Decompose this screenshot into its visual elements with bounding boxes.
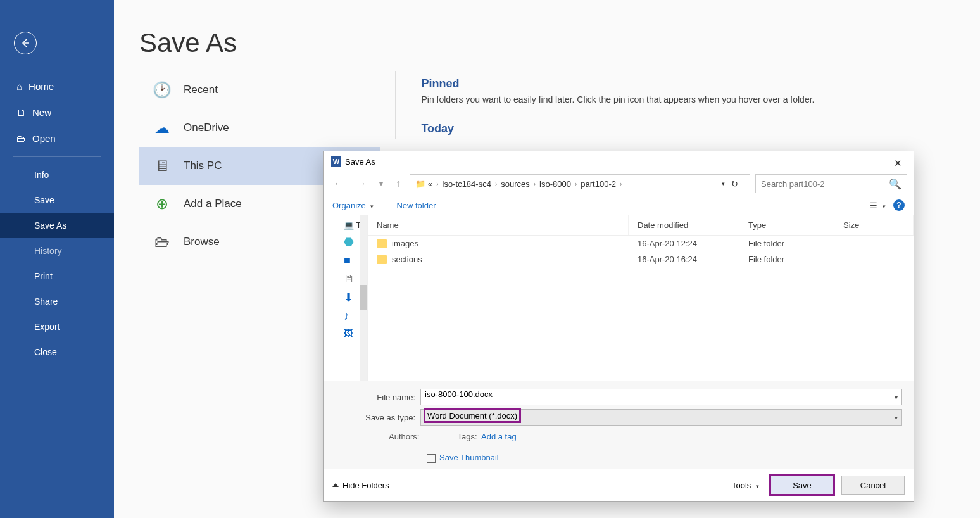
chevron-right-icon: › <box>495 180 497 187</box>
nav-recent-dropdown[interactable]: ▾ <box>375 177 387 191</box>
chevron-down-icon: ▾ <box>370 203 374 210</box>
header-date[interactable]: Date modified <box>629 215 739 235</box>
chevron-right-icon: › <box>436 180 438 187</box>
tree-scrollbar[interactable] <box>360 215 367 381</box>
tags-label: Tags: <box>457 432 477 441</box>
dialog-toolbar: Organize ▾ New folder ☰ ▾ ? <box>324 196 914 215</box>
location-onedrive[interactable]: ☁OneDrive <box>139 109 380 147</box>
nav-history[interactable]: History <box>0 238 114 263</box>
location-recent-label: Recent <box>184 84 218 96</box>
breadcrumb-seg-0[interactable]: « <box>428 179 432 189</box>
word-icon: W <box>331 156 341 167</box>
document-icon: 🗋 <box>16 107 26 118</box>
new-folder-button[interactable]: New folder <box>396 201 436 210</box>
sidebar-separator <box>13 156 101 157</box>
chevron-right-icon: › <box>575 180 577 187</box>
chevron-right-icon: › <box>620 180 622 187</box>
header-name[interactable]: Name <box>368 215 629 235</box>
file-browser-area: 💻 T ⬣ ■ 🗎 ⬇ ♪ 🖼 Name Date modified Type … <box>324 215 914 381</box>
save-thumbnail-label: Save Thumbnail <box>439 453 499 462</box>
organize-menu[interactable]: Organize ▾ <box>332 201 374 210</box>
nav-print[interactable]: Print <box>0 263 114 289</box>
authors-label: Authors: <box>389 432 419 441</box>
location-add-place-label: Add a Place <box>184 198 242 210</box>
dialog-close-button[interactable]: ✕ <box>888 155 908 172</box>
nav-info[interactable]: Info <box>0 162 114 187</box>
add-tag-link[interactable]: Add a tag <box>481 432 517 441</box>
dialog-title-bar: W Save As <box>324 151 914 172</box>
column-headers: Name Date modified Type Size <box>368 215 914 236</box>
location-recent[interactable]: 🕑Recent <box>139 71 380 109</box>
breadcrumb-bar[interactable]: 📁 «› iso-tc184-sc4› sources› iso-8000› p… <box>410 174 750 193</box>
nav-share[interactable]: Share <box>0 289 114 314</box>
nav-save-as[interactable]: Save As <box>0 213 114 238</box>
nav-new[interactable]: 🗋New <box>0 99 114 125</box>
nav-close[interactable]: Close <box>0 339 114 365</box>
chevron-down-icon: ▾ <box>883 203 886 210</box>
header-size[interactable]: Size <box>834 215 914 235</box>
pinned-description: Pin folders you want to easily find late… <box>421 94 901 104</box>
nav-back-button[interactable]: ← <box>330 175 348 192</box>
folder-open-icon: 🗁 <box>16 133 26 144</box>
backstage-sidebar: ⌂Home 🗋New 🗁Open Info Save Save As Histo… <box>0 0 114 518</box>
location-browse-label: Browse <box>184 236 220 248</box>
chevron-down-icon: ▾ <box>756 483 759 490</box>
hide-folders-label: Hide Folders <box>342 481 389 490</box>
save-thumbnail-checkbox[interactable] <box>427 454 436 463</box>
save-as-type-dropdown[interactable]: Word Document (*.docx)▾ <box>420 409 902 426</box>
caret-up-icon <box>332 483 339 487</box>
folder-icon <box>377 239 387 248</box>
file-type: File folder <box>739 239 834 248</box>
nav-tree[interactable]: 💻 T ⬣ ■ 🗎 ⬇ ♪ 🖼 <box>324 215 368 381</box>
dialog-title-text: Save As <box>345 157 375 167</box>
view-options-button[interactable]: ☰ ▾ <box>870 201 886 210</box>
save-button[interactable]: Save <box>770 476 834 495</box>
address-bar-row: ← → ▾ ↑ 📁 «› iso-tc184-sc4› sources› iso… <box>324 172 914 196</box>
nav-save[interactable]: Save <box>0 187 114 213</box>
help-icon[interactable]: ? <box>893 199 905 211</box>
nav-open-label: Open <box>32 133 56 144</box>
file-date: 16-Apr-20 16:24 <box>629 255 739 264</box>
nav-export[interactable]: Export <box>0 314 114 339</box>
file-date: 16-Apr-20 12:24 <box>629 239 739 248</box>
breadcrumb-seg-1[interactable]: iso-tc184-sc4 <box>443 179 491 189</box>
folder-icon <box>377 255 387 264</box>
header-type[interactable]: Type <box>739 215 834 235</box>
right-pane: Pinned Pin folders you want to easily fi… <box>395 71 901 139</box>
nav-forward-button[interactable]: → <box>353 175 370 192</box>
cancel-button[interactable]: Cancel <box>841 476 905 495</box>
chevron-down-icon[interactable]: ▾ <box>895 414 898 421</box>
home-icon: ⌂ <box>16 81 22 92</box>
chevron-right-icon: › <box>534 180 536 187</box>
save-as-type-value: Word Document (*.docx) <box>425 410 520 422</box>
page-title: Save As <box>139 28 955 58</box>
filename-value: iso-8000-100.docx <box>425 389 493 399</box>
breadcrumb-seg-3[interactable]: iso-8000 <box>539 179 571 189</box>
file-row[interactable]: images 16-Apr-20 12:24 File folder <box>368 236 914 251</box>
chevron-down-icon[interactable]: ▾ <box>895 394 898 401</box>
location-onedrive-label: OneDrive <box>184 122 229 134</box>
breadcrumb-seg-4[interactable]: part100-2 <box>581 179 616 189</box>
file-size <box>834 255 914 264</box>
search-icon[interactable]: 🔍 <box>889 178 901 190</box>
filename-input[interactable]: iso-8000-100.docx▾ <box>420 389 902 405</box>
pinned-heading: Pinned <box>421 77 901 91</box>
scrollbar-thumb[interactable] <box>360 285 367 310</box>
file-row[interactable]: sections 16-Apr-20 16:24 File folder <box>368 251 914 267</box>
hide-folders-toggle[interactable]: Hide Folders <box>332 481 389 490</box>
file-name: images <box>392 239 418 248</box>
breadcrumb-seg-2[interactable]: sources <box>501 179 530 189</box>
nav-open[interactable]: 🗁Open <box>0 125 114 151</box>
pc-icon: 🖥 <box>152 156 172 176</box>
refresh-button[interactable]: ↻ <box>725 179 744 189</box>
nav-up-button[interactable]: ↑ <box>392 175 405 192</box>
nav-home[interactable]: ⌂Home <box>0 73 114 99</box>
nav-new-label: New <box>32 107 51 118</box>
back-button[interactable] <box>14 32 37 54</box>
dialog-bottom-panel: File name: iso-8000-100.docx▾ Save as ty… <box>324 381 914 469</box>
tools-menu[interactable]: Tools ▾ <box>732 481 759 490</box>
filename-label: File name: <box>335 393 420 402</box>
search-input[interactable] <box>761 179 889 189</box>
search-box[interactable]: 🔍 <box>755 174 907 193</box>
file-size <box>834 239 914 248</box>
